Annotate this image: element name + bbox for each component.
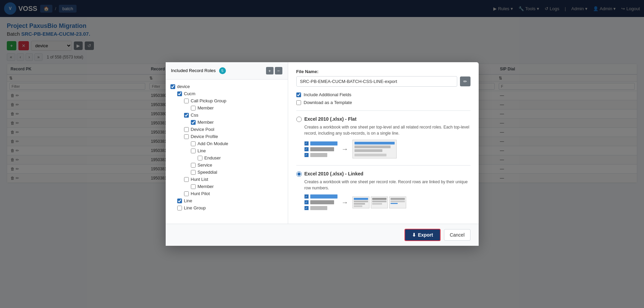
linked-sheet-3-row-1 bbox=[391, 198, 405, 200]
flat-diag-row-2 bbox=[304, 147, 337, 151]
flat-option: Excel 2010 (.xlsx) - Flat Creates a work… bbox=[296, 116, 470, 158]
flat-diag-row-1 bbox=[304, 141, 337, 146]
tree-item-label: Line bbox=[198, 148, 206, 153]
flat-bar-1 bbox=[310, 141, 337, 146]
linked-sheet-2-row-2 bbox=[372, 201, 386, 202]
tree-item: Add On Module bbox=[170, 140, 283, 147]
linked-bar-1 bbox=[310, 194, 337, 199]
included-roles-title: Included Record Roles 5 bbox=[171, 67, 226, 74]
linked-diag-row-1 bbox=[304, 194, 337, 199]
linked-sheet-2 bbox=[371, 196, 388, 208]
tree-checkbox-speeddial[interactable] bbox=[191, 170, 196, 175]
tree-item: device bbox=[170, 83, 283, 90]
tree-item: Line Group bbox=[170, 204, 283, 211]
file-name-label: File Name: bbox=[296, 69, 470, 74]
add-role-button[interactable]: + bbox=[266, 67, 274, 74]
tree-checkbox-service[interactable] bbox=[191, 163, 196, 168]
linked-sheet-1-row-2 bbox=[354, 201, 368, 202]
tree-item: Member bbox=[170, 119, 283, 126]
download-template-checkbox[interactable] bbox=[296, 100, 301, 105]
divider-2 bbox=[296, 165, 470, 166]
tree-item-label: Member bbox=[198, 120, 214, 125]
flat-diag-row-3 bbox=[304, 153, 337, 157]
flat-check-1 bbox=[304, 141, 309, 146]
tree-scroll: deviceCucmCall Pickup GroupMemberCssMemb… bbox=[166, 80, 288, 224]
linked-sheet-2-row-1 bbox=[372, 198, 386, 200]
tree-item-label: device bbox=[177, 84, 190, 89]
linked-sheet-1 bbox=[352, 196, 369, 208]
include-additional-checkbox[interactable] bbox=[296, 92, 301, 97]
tree-checkbox-line-group[interactable] bbox=[177, 206, 182, 210]
export-button[interactable]: ⬇ Export bbox=[404, 229, 441, 241]
tree-item-label: Hunt List bbox=[191, 177, 208, 182]
tree-checkbox-member[interactable] bbox=[191, 184, 196, 189]
tree-item: Call Pickup Group bbox=[170, 97, 283, 104]
flat-bar-3 bbox=[310, 153, 327, 157]
flat-diagram: → bbox=[304, 140, 470, 158]
flat-diagram-left bbox=[304, 141, 337, 157]
linked-sheet-2-row-3 bbox=[372, 203, 382, 205]
flat-arrow-icon: → bbox=[342, 145, 348, 153]
linked-check-1 bbox=[304, 194, 309, 199]
edit-file-name-button[interactable]: ✏ bbox=[460, 76, 470, 86]
tree-checkbox-line[interactable] bbox=[177, 199, 182, 203]
tree-item-label: Service bbox=[198, 162, 212, 168]
tree-checkbox-hunt-list[interactable] bbox=[184, 177, 189, 182]
linked-diagram-right bbox=[352, 196, 406, 208]
linked-sheet-1-row-3 bbox=[354, 203, 365, 205]
linked-option: Excel 2010 (.xlsx) - Linked Creates a wo… bbox=[296, 171, 470, 210]
tree-item: Device Profile bbox=[170, 133, 283, 140]
tree-item-label: Cucm bbox=[184, 91, 196, 96]
tree-item-label: Call Pickup Group bbox=[191, 98, 227, 103]
linked-arrow-icon: → bbox=[342, 199, 348, 206]
tree-item-label: Add On Module bbox=[198, 141, 228, 146]
tree-item: Member bbox=[170, 104, 283, 112]
modal-body: Included Record Roles 5 + − deviceCucmCa… bbox=[166, 62, 479, 224]
tree-item: Hunt Pilot bbox=[170, 190, 283, 197]
modal-right-panel: File Name: ✏ Include Additional Fields D… bbox=[288, 62, 479, 224]
linked-diag-row-2 bbox=[304, 200, 337, 204]
tree-item-label: Device Profile bbox=[191, 134, 218, 139]
flat-title: Excel 2010 (.xlsx) - Flat bbox=[304, 116, 357, 122]
tree-checkbox-hunt-pilot[interactable] bbox=[184, 191, 189, 196]
tree-checkbox-cucm[interactable] bbox=[177, 91, 182, 96]
tree-item-label: Line Group bbox=[184, 205, 206, 210]
cancel-button[interactable]: Cancel bbox=[444, 229, 470, 241]
tree-item: Line bbox=[170, 147, 283, 154]
linked-radio[interactable] bbox=[296, 171, 302, 177]
flat-sheet-row-4 bbox=[354, 154, 386, 156]
tree-item: Line bbox=[170, 197, 283, 204]
linked-desc: Creates a workbook with one sheet per re… bbox=[304, 179, 470, 191]
tree-checkbox-device-profile[interactable] bbox=[184, 134, 189, 139]
tree-checkbox-enduser[interactable] bbox=[198, 156, 202, 160]
tree-checkbox-line[interactable] bbox=[191, 149, 196, 153]
download-template-row: Download as a Template bbox=[296, 100, 470, 105]
tree-checkbox-member[interactable] bbox=[191, 120, 196, 125]
modal-left-panel: Included Record Roles 5 + − deviceCucmCa… bbox=[166, 62, 288, 224]
tree-checkbox-call-pickup-group[interactable] bbox=[184, 99, 189, 103]
tree-item: Enduser bbox=[170, 154, 283, 161]
tree-item: Member bbox=[170, 183, 283, 190]
export-label: Export bbox=[418, 232, 433, 238]
modal-footer: ⬇ Export Cancel bbox=[166, 224, 479, 246]
linked-bar-3 bbox=[310, 206, 327, 210]
linked-check-2 bbox=[304, 200, 309, 204]
tree-item: Speeddial bbox=[170, 169, 283, 176]
remove-role-button[interactable]: − bbox=[275, 67, 282, 74]
file-name-input[interactable] bbox=[296, 76, 457, 87]
tree-checkbox-device[interactable] bbox=[170, 84, 175, 89]
flat-check-2 bbox=[304, 147, 309, 151]
modal-left-header: Included Record Roles 5 + − bbox=[166, 62, 288, 80]
tree-checkbox-device-pool[interactable] bbox=[184, 127, 189, 132]
tree-item-label: Speeddial bbox=[198, 170, 217, 175]
tree-checkbox-member[interactable] bbox=[191, 106, 196, 110]
tree-checkbox-add-on-module[interactable] bbox=[191, 141, 196, 146]
flat-sheet-row-3 bbox=[354, 149, 383, 152]
tree-checkbox-css[interactable] bbox=[184, 113, 189, 118]
flat-radio[interactable] bbox=[296, 117, 302, 122]
flat-desc: Creates a workbook with one sheet per to… bbox=[304, 124, 470, 136]
linked-diagram: → bbox=[304, 194, 470, 210]
tree-item-label: Device Pool bbox=[191, 127, 214, 132]
linked-check-3 bbox=[304, 206, 309, 210]
linked-title: Excel 2010 (.xlsx) - Linked bbox=[304, 171, 364, 176]
